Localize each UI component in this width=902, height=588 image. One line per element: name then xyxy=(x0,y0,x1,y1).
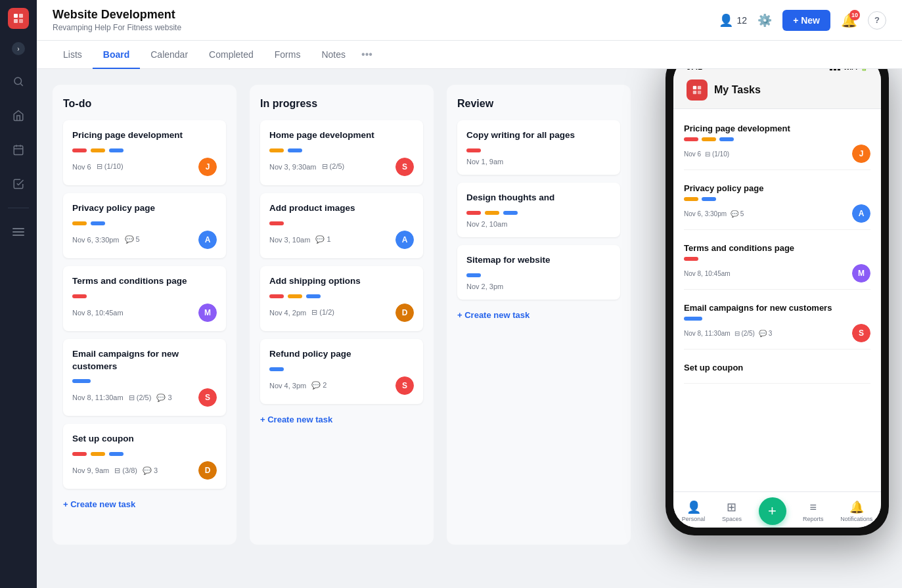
project-subtitle: Revamping Help For Fitness website xyxy=(53,23,181,32)
table-row: Add shipping options Nov 4, 2pm ⊟ (1/2) … xyxy=(260,266,423,331)
tab-board[interactable]: Board xyxy=(93,41,140,69)
create-task-inprogress[interactable]: + Create new task xyxy=(260,412,423,427)
card-date: Nov 8, 11:30am xyxy=(72,394,124,401)
card-comments: 💬 2 xyxy=(311,381,327,390)
table-row: Pricing page development Nov 6 ⊟ (1/10) … xyxy=(63,120,226,185)
card-date: Nov 9, 9am xyxy=(72,466,109,474)
card-footer: Nov 9, 9am ⊟ (3/8) 💬 3 D xyxy=(72,461,217,480)
header-actions: 👤 12 ⚙️ + New 🔔 10 ? xyxy=(719,10,886,31)
tag-yellow xyxy=(485,211,499,215)
card-comments: 💬 3 xyxy=(143,466,158,475)
card-tags xyxy=(72,148,217,152)
card-date: Nov 3, 9:30am xyxy=(269,163,317,171)
phone-nav-spaces[interactable]: ⊞ Spaces xyxy=(722,500,742,522)
card-footer: Nov 4, 3pm 💬 2 S xyxy=(269,376,414,395)
card-meta: Nov 8, 10:45am xyxy=(72,309,124,317)
sidebar-toggle[interactable]: › xyxy=(12,42,25,55)
phone-nav-personal-label: Personal xyxy=(682,516,706,522)
tab-lists[interactable]: Lists xyxy=(53,41,93,69)
help-button[interactable]: ? xyxy=(868,11,886,30)
card-title: Copy writing for all pages xyxy=(466,129,611,142)
avatar-img: S xyxy=(852,324,870,342)
tag-red xyxy=(72,148,87,152)
table-row: Refund policy page Nov 4, 3pm 💬 2 S xyxy=(260,339,423,404)
tab-calendar[interactable]: Calendar xyxy=(140,41,198,69)
card-comments: 💬 1 xyxy=(315,235,330,244)
tab-completed[interactable]: Completed xyxy=(198,41,264,69)
phone-nav-notifications-label: Notifications xyxy=(840,516,872,522)
tag-red xyxy=(684,257,698,261)
card-footer: Nov 3, 10am 💬 1 A xyxy=(269,231,414,249)
checklist-icon[interactable] xyxy=(8,173,29,194)
avatar: A xyxy=(395,231,414,249)
card-footer: Nov 1, 9am xyxy=(466,158,611,166)
card-meta: Nov 3, 10am 💬 1 xyxy=(269,235,331,244)
create-task-todo[interactable]: + Create new task xyxy=(63,497,226,512)
card-meta: Nov 1, 9am xyxy=(466,158,503,166)
phone-fab-button[interactable]: + xyxy=(759,497,786,525)
phone-nav-personal[interactable]: 👤 Personal xyxy=(682,500,706,522)
card-tags xyxy=(466,211,611,215)
column-title-todo: To-do xyxy=(63,98,226,110)
phone-bottom-bar: 👤 Personal ⊞ Spaces + ≡ Reports xyxy=(673,491,881,528)
notifications-button[interactable]: 🔔 10 xyxy=(841,12,857,28)
phone-card-title: Privacy policy page xyxy=(684,183,870,193)
phone-overlay: 9:41 ▮▮▮ WiFi 🔋 xyxy=(665,69,902,562)
card-date: Nov 3, 10am xyxy=(269,236,310,244)
tag-blue xyxy=(702,197,716,201)
svg-rect-1 xyxy=(19,14,23,18)
home-icon[interactable] xyxy=(8,105,29,126)
tag-red xyxy=(269,221,284,225)
calendar-icon[interactable] xyxy=(8,139,29,160)
tab-forms[interactable]: Forms xyxy=(264,41,311,69)
card-title: Refund policy page xyxy=(269,348,414,361)
nav-more[interactable]: ••• xyxy=(356,41,378,68)
card-meta: Nov 8, 11:30am ⊟ (2/5) 💬 3 xyxy=(72,394,172,402)
tag-blue xyxy=(684,317,702,321)
card-tags xyxy=(269,221,414,225)
tag-blue xyxy=(719,137,734,141)
members-info[interactable]: 👤 12 xyxy=(719,13,748,28)
avatar-img: M xyxy=(852,264,870,283)
card-subtasks: ⊟ (2/5) xyxy=(129,394,152,402)
tag-blue xyxy=(306,294,321,298)
avatar-img: S xyxy=(198,388,217,407)
new-button[interactable]: + New xyxy=(782,10,830,31)
phone-title: My Tasks xyxy=(714,84,761,96)
search-icon[interactable] xyxy=(8,71,29,92)
avatar: M xyxy=(198,304,217,322)
phone-header: My Tasks xyxy=(673,74,881,109)
list-item: Pricing page development Nov 6 ⊟ (1/10) xyxy=(684,117,870,170)
reports-icon: ≡ xyxy=(810,501,817,514)
settings-icon[interactable]: ⚙️ xyxy=(757,13,772,28)
app-logo[interactable] xyxy=(8,8,29,29)
avatar: M xyxy=(852,264,870,283)
phone-nav-reports[interactable]: ≡ Reports xyxy=(803,501,824,522)
menu-icon[interactable] xyxy=(8,221,29,242)
card-tags xyxy=(72,379,217,383)
avatar: J xyxy=(852,145,870,163)
svg-rect-0 xyxy=(14,14,18,18)
tab-notes[interactable]: Notes xyxy=(311,41,356,69)
board-area: To-do Pricing page development Nov 6 ⊟ (… xyxy=(37,69,902,588)
avatar-img: D xyxy=(198,461,217,480)
phone-content: Pricing page development Nov 6 ⊟ (1/10) xyxy=(673,109,881,491)
card-date: Nov 4, 3pm xyxy=(269,382,306,390)
tag-yellow xyxy=(702,137,716,141)
table-row: Terms and conditions page Nov 8, 10:45am… xyxy=(63,266,226,331)
phone-nav-notifications[interactable]: 🔔 Notifications xyxy=(840,500,872,522)
phone-card-tags xyxy=(684,317,870,321)
create-task-review[interactable]: + Create new task xyxy=(457,307,620,323)
card-date: Nov 2, 10am xyxy=(466,220,507,228)
card-footer: Nov 2, 3pm xyxy=(466,283,611,290)
card-date: Nov 4, 2pm xyxy=(269,309,306,317)
card-date: Nov 6, 3:30pm xyxy=(72,236,120,244)
notification-badge: 10 xyxy=(849,10,860,20)
phone-app-icon xyxy=(687,79,708,101)
tag-yellow xyxy=(72,221,87,225)
card-meta: Nov 6 ⊟ (1/10) xyxy=(72,162,124,171)
card-meta: Nov 2, 10am xyxy=(466,220,507,228)
table-row: Home page development Nov 3, 9:30am ⊟ (2… xyxy=(260,120,423,185)
card-comments: 💬 5 xyxy=(125,235,140,244)
phone-card-title: Email campaigns for new customers xyxy=(684,303,870,313)
